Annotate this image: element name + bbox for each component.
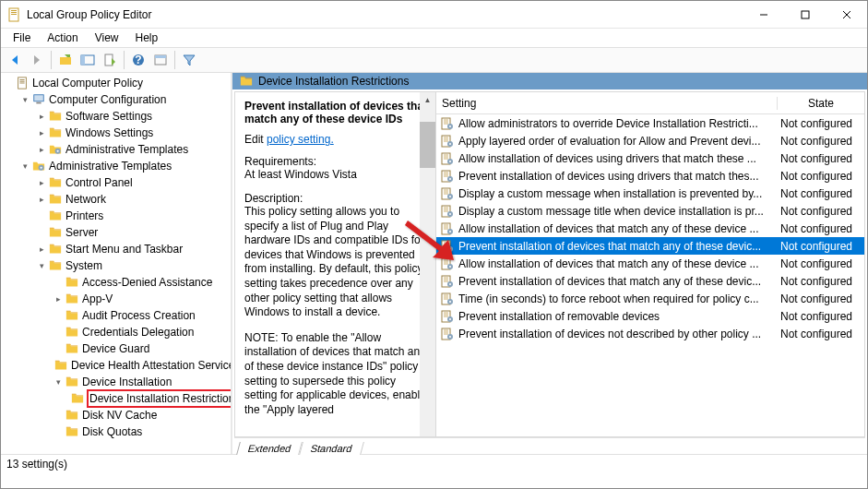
tree-label: System [65,257,102,274]
edit-policy-link[interactable]: policy setting. [267,133,334,146]
menu-file[interactable]: File [5,30,39,46]
tree-node-adminTemplates1[interactable]: ▸Administrative Templates [1,141,231,158]
menu-help[interactable]: Help [127,30,167,46]
chevron-down-icon[interactable]: ▾ [36,257,47,274]
menubar: File Action View Help [1,29,867,47]
tree-node-startMenu[interactable]: ▸Start Menu and Taskbar [1,241,231,257]
tree-node-softwareSettings[interactable]: ▸Software Settings [1,108,231,125]
folder-icon [48,109,63,124]
chevron-right-icon[interactable]: ▸ [36,174,47,191]
tree-label: Control Panel [65,174,133,191]
tree-label: Device Installation [82,374,172,390]
chevron-right-icon[interactable]: ▸ [36,108,47,125]
chevron-right-icon[interactable]: ▸ [36,125,47,141]
tree-node-deviceGuard[interactable]: Device Guard [1,340,231,357]
svg-point-61 [449,213,451,215]
tree-node-diskQuotas[interactable]: Disk Quotas [1,423,231,440]
tree-node-accessDenied[interactable]: Access-Denied Assistance [1,274,231,291]
tree-node-computerConfig[interactable]: ▾Computer Configuration [1,91,231,108]
folder-icon [48,142,63,157]
chevron-down-icon[interactable]: ▾ [19,91,30,108]
tree-node-network[interactable]: ▸Network [1,191,231,208]
tree-node-adminTemplates2[interactable]: ▾Administrative Templates [1,158,231,174]
up-button[interactable] [55,50,76,70]
back-button[interactable] [5,50,25,70]
tree-label: Device Installation Restrictions [88,390,231,407]
tree-label: Access-Denied Assistance [82,274,212,291]
setting-row[interactable]: Allow installation of devices that match… [436,220,864,237]
show-hide-tree-button[interactable] [77,50,98,70]
description-pane: Prevent installation of devices that mat… [235,92,436,436]
folder-icon [65,275,79,290]
tab-standard[interactable]: Standard [300,442,364,455]
description-text: This policy setting allows you to specif… [244,205,428,320]
window-title: Local Group Policy Editor [27,8,743,21]
minimize-button[interactable] [743,1,784,29]
setting-row[interactable]: Prevent installation of devices that mat… [436,272,864,290]
tree-label: Administrative Templates [65,141,188,158]
tree-node-credDeleg[interactable]: Credentials Delegation [1,324,231,340]
chevron-right-icon[interactable]: ▸ [36,141,47,158]
tree-label: Start Menu and Taskbar [65,241,183,257]
setting-row[interactable]: Prevent installation of devices not desc… [436,325,864,342]
tree-node-root[interactable]: Local Computer Policy [1,75,231,91]
titlebar: Local Group Policy Editor [1,1,867,29]
tree-node-auditProcess[interactable]: Audit Process Creation [1,307,231,324]
help-button[interactable]: ? [128,50,149,70]
maximize-button[interactable] [784,1,826,29]
chevron-down-icon[interactable]: ▾ [53,374,64,390]
policy-icon [440,275,455,288]
tree-pane: Local Computer Policy▾Computer Configura… [1,73,232,454]
forward-button[interactable] [27,50,47,70]
setting-row[interactable]: Prevent installation of devices using dr… [436,167,864,185]
policy-icon [440,310,455,323]
chevron-right-icon[interactable]: ▸ [53,291,64,307]
setting-row[interactable]: Allow installation of devices using driv… [436,149,864,167]
edit-policy-line: Edit policy setting. [244,133,428,146]
svg-rect-20 [34,95,44,101]
tree-node-printers[interactable]: Printers [1,208,231,224]
setting-row[interactable]: Time (in seconds) to force reboot when r… [436,290,864,307]
policy-icon [440,328,455,340]
setting-row[interactable]: Display a custom message title when devi… [436,202,864,220]
setting-state: Not configured [777,117,864,130]
description-text-2: NOTE: To enable the "Allow installation … [244,331,428,418]
setting-row[interactable]: Prevent installation of removable device… [436,307,864,325]
menu-view[interactable]: View [87,30,127,46]
tree-node-server[interactable]: Server [1,224,231,241]
chevron-right-icon[interactable]: ▸ [36,191,47,208]
tab-extended[interactable]: Extended [236,442,303,455]
requirements-label: Requirements: [244,155,428,168]
column-setting[interactable]: Setting [436,97,777,110]
policy-title: Prevent installation of devices that mat… [244,100,428,125]
tree-node-deviceHealth[interactable]: Device Health Attestation Service [1,357,231,374]
menu-action[interactable]: Action [39,30,86,46]
setting-label: Prevent installation of removable device… [458,310,777,323]
properties-button[interactable] [150,50,171,70]
tree-node-system[interactable]: ▾System [1,257,231,274]
setting-row[interactable]: Allow installation of devices that match… [436,255,864,272]
view-tabs: Extended Standard [234,437,865,454]
description-scrollbar[interactable]: ▲ [420,92,435,436]
svg-point-37 [449,143,451,145]
svg-rect-1 [11,10,17,11]
tree-node-deviceInstall[interactable]: ▾Device Installation [1,374,231,390]
policy-icon [440,205,455,218]
setting-row[interactable]: Allow administrators to override Device … [436,114,864,132]
tree-node-windowsSettings[interactable]: ▸Windows Settings [1,125,231,141]
filter-button[interactable] [179,50,199,70]
tree-node-controlPanel[interactable]: ▸Control Panel [1,174,231,191]
chevron-right-icon[interactable]: ▸ [36,241,47,257]
close-button[interactable] [826,1,867,29]
tree-node-diskNVCache[interactable]: Disk NV Cache [1,407,231,423]
tree-node-appV[interactable]: ▸App-V [1,291,231,307]
setting-row[interactable]: Prevent installation of devices that mat… [436,237,864,255]
svg-point-79 [449,266,451,268]
svg-rect-10 [81,55,85,65]
setting-row[interactable]: Apply layered order of evaluation for Al… [436,132,864,149]
export-list-button[interactable] [100,50,120,70]
column-state[interactable]: State [777,97,864,110]
tree-node-deviceInstallRestrict[interactable]: Device Installation Restrictions [1,390,231,407]
setting-row[interactable]: Display a custom message when installati… [436,185,864,202]
chevron-down-icon[interactable]: ▾ [19,158,30,174]
